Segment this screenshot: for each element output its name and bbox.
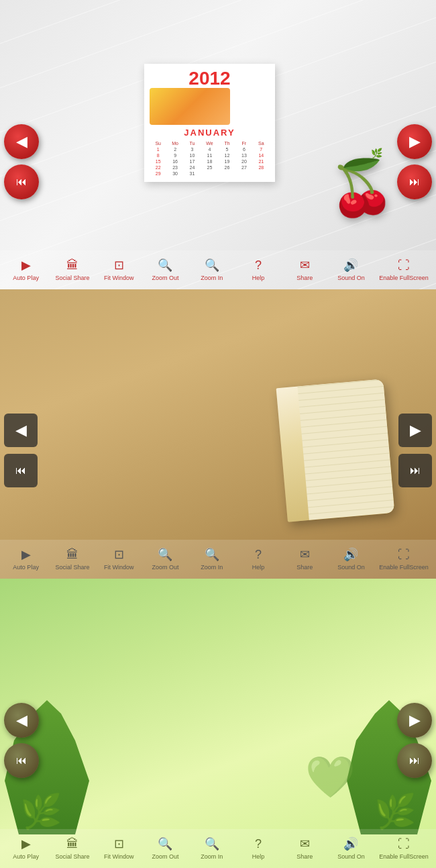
prev-button-p2[interactable]: ◀: [4, 414, 38, 447]
socialshare-icon-p2: 🏛: [66, 548, 78, 563]
help-label-p2: Help: [252, 564, 265, 571]
last-button-p2[interactable]: ⏭: [398, 454, 432, 487]
tool-fitwindow-p2[interactable]: ⊡ Fit Window: [101, 548, 138, 571]
autoplay-icon-p3: ▶: [21, 837, 31, 852]
sound-icon: 🔊: [343, 258, 358, 273]
tool-zoomin-p3[interactable]: 🔍 Zoom In: [193, 837, 230, 860]
zoomin-label-p2: Zoom In: [201, 564, 223, 571]
fullscreen-label-p2: Enable FullScreen: [379, 564, 429, 571]
next-button-p3[interactable]: ▶: [397, 703, 432, 738]
share-icon-p3: ✉: [300, 837, 310, 852]
toolbar-panel1: ▶ Auto Play 🏛 Social Share ⊡ Fit Window …: [0, 250, 436, 289]
autoplay-icon: ▶: [21, 258, 31, 273]
zoomout-icon-p2: 🔍: [158, 548, 172, 563]
fitwindow-label: Fit Window: [104, 275, 134, 281]
tool-socialshare-p2[interactable]: 🏛 Social Share: [54, 548, 91, 571]
tool-share[interactable]: ✉ Share: [286, 258, 323, 281]
first-button-p2[interactable]: ⏮: [4, 454, 38, 487]
share-label-p3: Share: [296, 853, 313, 860]
zoomout-icon: 🔍: [158, 258, 172, 273]
tool-share-p3[interactable]: ✉ Share: [286, 837, 323, 860]
leaf-deco-left: 🌿: [20, 792, 62, 831]
tool-zoomout-p3[interactable]: 🔍 Zoom Out: [147, 837, 184, 860]
fullscreen-icon: ⛶: [398, 258, 410, 273]
tool-autoplay-p2[interactable]: ▶ Auto Play: [7, 548, 44, 571]
zoomout-icon-p3: 🔍: [158, 837, 172, 852]
sound-label: Sound On: [337, 275, 365, 281]
zoomout-label: Zoom Out: [152, 275, 178, 281]
fullscreen-icon-p3: ⛶: [398, 837, 410, 852]
fitwindow-icon-p3: ⊡: [114, 837, 124, 852]
cal-header-sa: Sa: [253, 140, 270, 146]
heart-decoration: 💚: [305, 753, 356, 801]
tool-help[interactable]: ? Help: [239, 258, 276, 281]
panel-1: 2012 JANUARY Su Mo Tu We Th Fr Sa 123456…: [0, 0, 436, 289]
leaf-deco-right: 🌿: [374, 792, 416, 831]
fitwindow-label-p3: Fit Window: [104, 853, 134, 860]
sound-icon-p3: 🔊: [343, 837, 358, 852]
panel-2: FEBRUARY SuMoTuWeThFrSa 1234 567891011 1…: [0, 289, 436, 579]
tool-soundon-p3[interactable]: 🔊 Sound On: [333, 837, 370, 860]
tool-zoomout-p2[interactable]: 🔍 Zoom Out: [147, 548, 184, 571]
autoplay-label: Auto Play: [13, 275, 39, 281]
tool-fullscreen-p3[interactable]: ⛶ Enable FullScreen: [379, 837, 429, 860]
socialshare-icon: 🏛: [66, 258, 78, 273]
help-icon-p2: ?: [255, 548, 262, 563]
toolbar-panel2: ▶ Auto Play 🏛 Social Share ⊡ Fit Window …: [0, 540, 436, 579]
tool-soundon[interactable]: 🔊 Sound On: [333, 258, 370, 281]
socialshare-label-p3: Social Share: [55, 853, 89, 860]
cherry-decoration: 🍒: [329, 161, 396, 215]
tool-help-p3[interactable]: ? Help: [239, 837, 276, 860]
prev-button[interactable]: ◀: [4, 124, 39, 159]
next-button-p2[interactable]: ▶: [398, 414, 432, 447]
first-button[interactable]: ⏮: [4, 164, 39, 199]
tool-fitwindow-p3[interactable]: ⊡ Fit Window: [101, 837, 138, 860]
sound-icon-p2: 🔊: [343, 548, 358, 563]
tool-socialshare-p3[interactable]: 🏛 Social Share: [54, 837, 91, 860]
cherry-leaf: 🌿: [371, 148, 382, 158]
tool-autoplay[interactable]: ▶ Auto Play: [7, 258, 44, 281]
fullscreen-label-p3: Enable FullScreen: [379, 853, 429, 860]
cal-header-mo: Mo: [166, 140, 183, 146]
next-button[interactable]: ▶: [397, 124, 432, 159]
sound-label-p3: Sound On: [337, 853, 365, 860]
first-button-p3[interactable]: ⏮: [4, 743, 39, 778]
tool-fullscreen-p2[interactable]: ⛶ Enable FullScreen: [379, 548, 429, 571]
help-icon: ?: [255, 258, 262, 273]
zoomin-icon: 🔍: [205, 258, 219, 273]
tool-share-p2[interactable]: ✉ Share: [286, 548, 323, 571]
cal-header-tu: Tu: [184, 140, 201, 146]
cal-header-th: Th: [219, 140, 235, 146]
autoplay-icon-p2: ▶: [21, 548, 31, 563]
prev-button-p3[interactable]: ◀: [4, 703, 39, 738]
tool-socialshare[interactable]: 🏛 Social Share: [54, 258, 91, 281]
tool-soundon-p2[interactable]: 🔊 Sound On: [333, 548, 370, 571]
tool-fullscreen[interactable]: ⛶ Enable FullScreen: [379, 258, 429, 281]
calendar-table: Su Mo Tu We Th Fr Sa 1234567 89101112131…: [150, 140, 270, 177]
zoomin-label: Zoom In: [201, 275, 223, 281]
tool-autoplay-p3[interactable]: ▶ Auto Play: [7, 837, 44, 860]
tool-zoomout[interactable]: 🔍 Zoom Out: [147, 258, 184, 281]
calendar-month: JANUARY: [150, 128, 270, 138]
fitwindow-icon-p2: ⊡: [114, 548, 124, 563]
autoplay-label-p3: Auto Play: [13, 853, 39, 860]
fullscreen-icon-p2: ⛶: [398, 548, 410, 563]
zoomin-label-p3: Zoom In: [201, 853, 223, 860]
cal-header-su: Su: [150, 140, 166, 146]
help-label: Help: [252, 275, 265, 281]
share-label: Share: [296, 275, 313, 281]
zoomout-label-p3: Zoom Out: [152, 853, 178, 860]
tool-fitwindow[interactable]: ⊡ Fit Window: [101, 258, 138, 281]
fitwindow-icon: ⊡: [114, 258, 124, 273]
tool-help-p2[interactable]: ? Help: [239, 548, 276, 571]
last-button[interactable]: ⏭: [397, 164, 432, 199]
book-pages: [297, 379, 394, 520]
help-icon-p3: ?: [255, 837, 262, 852]
last-button-p3[interactable]: ⏭: [397, 743, 432, 778]
calendar-card-january: 2012 JANUARY Su Mo Tu We Th Fr Sa 123456…: [144, 64, 275, 182]
calendar-year: 2012: [150, 69, 270, 88]
tool-zoomin[interactable]: 🔍 Zoom In: [193, 258, 230, 281]
tool-zoomin-p2[interactable]: 🔍 Zoom In: [193, 548, 230, 571]
autoplay-label-p2: Auto Play: [13, 564, 39, 571]
panel-3: 🌿 🌿 💚 2012 AUGUST SuMoTuWeThFrSa 1234 56…: [0, 579, 436, 868]
